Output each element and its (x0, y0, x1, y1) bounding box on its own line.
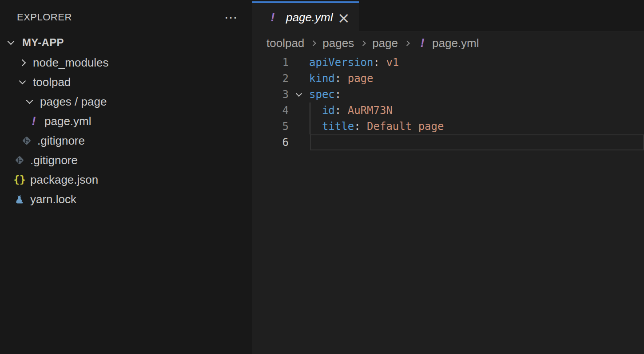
token-str: v1 (386, 56, 399, 69)
token-key: kind (309, 72, 335, 85)
vscode-window: EXPLORER ⋯ MY-APP node_modulestoolpadpag… (0, 0, 644, 354)
token-punc: : (354, 120, 367, 133)
breadcrumb-item[interactable]: page (372, 36, 398, 50)
fold-gutter (289, 71, 309, 87)
token-key: apiVersion (309, 56, 374, 69)
chevron-down-icon (4, 41, 17, 44)
code-line[interactable]: 2kind: page (252, 71, 644, 87)
warning-icon: ! (266, 12, 279, 24)
tab-page-yml[interactable]: ! page.yml × (252, 1, 359, 32)
tree-item[interactable]: {}package.json (0, 170, 252, 189)
warning-icon: ! (28, 115, 40, 127)
tree-item[interactable]: !page.yml (0, 111, 252, 131)
file-tree: node_modulestoolpadpages / page!page.yml… (0, 51, 252, 209)
chevron-down-icon (16, 81, 28, 83)
tree-item-label: yarn.lock (30, 193, 76, 206)
breadcrumb: toolpadpagespage!page.yml (252, 32, 644, 55)
tab-bar: ! page.yml × (252, 0, 644, 32)
token-punc: : (335, 72, 348, 85)
line-number: 4 (252, 102, 289, 118)
token-str: AuRM73N (348, 104, 393, 117)
line-number: 6 (252, 134, 289, 150)
chevron-right-icon (404, 40, 410, 46)
fold-gutter (289, 87, 309, 102)
fold-chevron-icon[interactable] (296, 90, 302, 96)
chevron-right-icon (310, 40, 316, 46)
close-icon[interactable]: × (338, 10, 350, 25)
token-punc: : (335, 88, 341, 101)
code-content: title: Default page (309, 118, 444, 134)
more-actions-icon[interactable]: ⋯ (224, 11, 239, 24)
tree-item-label: pages / page (40, 95, 107, 109)
code-line[interactable]: 3spec: (252, 87, 644, 102)
line-number: 2 (252, 71, 289, 87)
token-ws (309, 104, 322, 117)
code-line[interactable]: 4 id: AuRM73N (252, 102, 644, 118)
explorer-title: EXPLORER (17, 12, 72, 23)
workspace-section-header[interactable]: MY-APP (0, 35, 252, 51)
code-line[interactable]: 6 (252, 134, 644, 150)
fold-gutter (289, 118, 309, 134)
token-key: title (322, 120, 354, 133)
breadcrumb-item[interactable]: pages (322, 36, 354, 50)
token-ws (309, 120, 322, 133)
tree-item[interactable]: pages / page (0, 92, 252, 111)
token-str: page (348, 72, 374, 85)
token-punc: : (374, 56, 386, 69)
tree-item[interactable]: toolpad (0, 72, 252, 92)
chevron-right-icon (360, 40, 366, 46)
token-str: Default page (367, 120, 444, 133)
tree-item-label: .gitignore (30, 153, 78, 167)
git-icon (13, 154, 26, 166)
tree-item-label: node_modules (33, 56, 109, 70)
breadcrumb-item[interactable]: toolpad (266, 36, 304, 50)
tab-label: page.yml (286, 11, 333, 24)
code-content: id: AuRM73N (309, 102, 393, 118)
tree-item-label: page.yml (44, 114, 91, 128)
explorer-sidebar: EXPLORER ⋯ MY-APP node_modulestoolpadpag… (0, 0, 252, 354)
git-icon (20, 135, 33, 146)
fold-gutter (289, 55, 309, 71)
workspace-name: MY-APP (22, 36, 64, 49)
token-punc: : (335, 104, 348, 117)
tree-item[interactable]: .gitignore (0, 131, 252, 150)
code-editor[interactable]: 1apiVersion: v12kind: page3spec:4 id: Au… (252, 55, 644, 354)
tree-item-label: .gitignore (37, 134, 85, 148)
yarn-icon (13, 193, 26, 205)
breadcrumb-file-label: page.yml (432, 36, 479, 50)
code-line[interactable]: 5 title: Default page (252, 118, 644, 134)
code-content: spec: (309, 87, 341, 102)
chevron-down-icon (23, 100, 36, 103)
explorer-header: EXPLORER ⋯ (0, 0, 252, 35)
tree-item[interactable]: yarn.lock (0, 189, 252, 209)
editor-group: ! page.yml × toolpadpagespage!page.yml 1… (252, 0, 644, 354)
json-icon: {} (13, 175, 26, 185)
code-content: kind: page (309, 71, 374, 87)
tree-item-label: package.json (30, 173, 98, 187)
warning-icon: ! (416, 37, 429, 49)
line-number: 3 (252, 87, 289, 102)
fold-gutter (289, 134, 309, 150)
line-number: 5 (252, 118, 289, 134)
breadcrumb-file[interactable]: !page.yml (416, 36, 479, 50)
code-content: apiVersion: v1 (309, 55, 399, 71)
tree-item[interactable]: node_modules (0, 53, 252, 72)
token-key: spec (309, 88, 335, 101)
fold-gutter (289, 102, 309, 118)
line-number: 1 (252, 55, 289, 71)
code-line[interactable]: 1apiVersion: v1 (252, 55, 644, 71)
chevron-right-icon (16, 60, 28, 65)
tree-item[interactable]: .gitignore (0, 150, 252, 170)
tree-item-label: toolpad (33, 75, 71, 89)
token-key: id (322, 104, 335, 117)
